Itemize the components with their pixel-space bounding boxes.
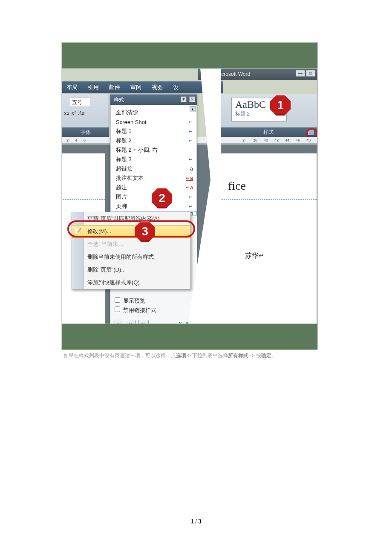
styles-gallery: AaBbC 标题 2 样式	[219, 94, 317, 137]
ruler-tick: 2	[66, 138, 69, 142]
tab-mail[interactable]: 邮件	[109, 84, 120, 91]
style-item[interactable]: 标题 2↵	[111, 136, 196, 145]
style-item[interactable]: 全部清除	[111, 108, 196, 117]
maximize-button[interactable]: □	[306, 70, 315, 77]
font-group: 五号 x₂ x² Aa 字体	[62, 94, 109, 137]
styles-pane-title: 样式 ▼ ×	[110, 95, 197, 105]
menu-modify[interactable]: 📝 修改(M)...	[72, 225, 190, 238]
ruler-tick: 46	[296, 138, 300, 142]
pane-dropdown-icon[interactable]: ▼	[181, 96, 187, 102]
page-right-fragment: fice 苏华↵	[219, 153, 317, 324]
ruler-tick: 2	[242, 138, 245, 142]
style-item[interactable]: Screen Shot↵	[111, 117, 196, 127]
menu-update-to-match[interactable]: 更新"页眉"以匹配所选内容(A)	[72, 212, 190, 225]
menu-delete-unused[interactable]: 删除当前未使用的所有样式	[72, 251, 190, 263]
tab-review[interactable]: 审阅	[130, 84, 141, 91]
page-number: 1 / 3	[0, 518, 392, 525]
ruler-tick: 6	[84, 138, 86, 142]
ruler-tick: 40	[264, 138, 268, 142]
styles-pane: 样式 ▼ × ▲ 全部清除 Screen Shot↵ 标题 1↵ 标题 2↵ 标…	[110, 94, 197, 324]
style-inspector-button[interactable]: ⁴⁄₄	[126, 320, 136, 324]
ruler-tick: 48	[306, 138, 311, 142]
ribbon-tabs: 布局 引用 邮件 审阅 视图 设	[62, 81, 223, 93]
header-separator	[62, 199, 105, 200]
font-size-combo[interactable]: 五号	[70, 98, 90, 106]
style-item[interactable]: 标题 2 + 小四, 右	[111, 145, 196, 155]
annotation-badge-1: 1	[270, 95, 291, 116]
style-item[interactable]: 标题 1↵	[111, 127, 196, 136]
header-text-fragment: fice	[228, 179, 246, 193]
manage-styles-button[interactable]: ⁴⁄₄	[138, 320, 149, 324]
annotation-badge-2: 2	[152, 188, 172, 208]
menu-delete-header[interactable]: 删除"页眉"(D)...	[72, 263, 190, 276]
style-item[interactable]: 超链接a	[111, 164, 196, 173]
word-window: 页眉 - Microsoft Word — □ 布局 引用 邮件 审阅 视图 设…	[62, 68, 317, 324]
show-preview-checkbox[interactable]: 显示预览	[113, 296, 156, 305]
figure-caption: 如果在样式列表中没有页眉这一项，可以这样：点选项-> 下拉列表中选择所有样式 -…	[63, 352, 319, 359]
options-link[interactable]: 选项...	[179, 321, 194, 324]
menu-add-to-quick[interactable]: 添加到快速样式库(Q)	[72, 276, 190, 289]
pane-close-button[interactable]: ×	[189, 96, 195, 102]
document-body-name: 苏华↵	[245, 251, 264, 260]
tab-view[interactable]: 视图	[152, 84, 163, 91]
font-script-buttons: x₂ x² Aa	[64, 110, 84, 116]
change-case-button[interactable]: Aa	[78, 110, 84, 116]
style-context-menu: 更新"页眉"以匹配所选内容(A) 📝 修改(M)... 全选: 当前未… 删除当…	[72, 212, 191, 289]
menu-select-all: 全选: 当前未…	[72, 238, 190, 251]
window-title: 页眉 - Microsoft Word	[201, 71, 250, 77]
disable-linked-checkbox[interactable]: 禁用链接样式	[113, 305, 156, 315]
ruler-tick: 4	[75, 138, 77, 142]
pane-footer: A ⁴⁄₄ ⁴⁄₄ 选项...	[113, 320, 194, 324]
modify-icon: 📝	[75, 228, 81, 234]
superscript-button[interactable]: x²	[72, 110, 76, 116]
subscript-button[interactable]: x₂	[64, 110, 69, 116]
tab-layout[interactable]: 布局	[66, 84, 78, 91]
window-buttons: — □	[296, 70, 315, 77]
tab-reference[interactable]: 引用	[88, 84, 99, 91]
screenshot-container: 页眉 - Microsoft Word — □ 布局 引用 邮件 审阅 视图 设…	[62, 43, 317, 350]
styles-group-label: 样式	[219, 127, 317, 137]
pane-checkboxes: 显示预览 禁用链接样式	[113, 296, 156, 315]
scroll-up-icon[interactable]: ▲	[190, 106, 196, 112]
tab-design[interactable]: 设	[173, 84, 179, 91]
style-item[interactable]: 标题 3↵	[111, 155, 196, 164]
ruler-tick: 44	[285, 138, 289, 142]
font-group-label: 字体	[62, 127, 109, 137]
header-separator	[219, 199, 317, 200]
style-item[interactable]: 批注框文本↵a	[111, 173, 196, 183]
window-titlebar: 页眉 - Microsoft Word — □	[198, 69, 317, 80]
annotation-badge-3: 3	[135, 221, 155, 242]
ruler-tick: 38	[253, 138, 257, 142]
new-style-button[interactable]: A	[113, 320, 123, 324]
styles-pane-title-text: 样式	[114, 97, 124, 103]
style-item[interactable]: 题注↵a	[111, 183, 196, 192]
minimize-button[interactable]: —	[296, 70, 305, 77]
ruler-tick: 42	[274, 138, 279, 142]
